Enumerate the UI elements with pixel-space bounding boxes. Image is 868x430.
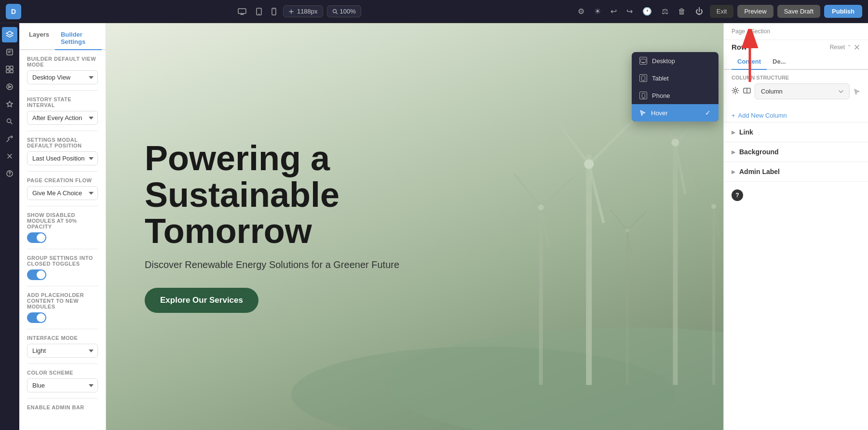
tab-layers[interactable]: Layers (23, 27, 55, 50)
theme-toggle-btn[interactable]: ☀ (591, 5, 604, 18)
preview-button[interactable]: Preview (737, 5, 773, 18)
dropdown-desktop-label: Desktop (652, 57, 675, 65)
group-settings-toggle-row (27, 269, 98, 280)
svg-rect-4 (273, 9, 274, 9)
svg-point-5 (333, 9, 336, 13)
svg-point-47 (643, 80, 644, 81)
history-btn[interactable]: 🕐 (639, 5, 655, 18)
page-creation-select[interactable]: Give Me A Choice (27, 186, 98, 200)
accordion-link-header[interactable]: ▶ Link (724, 122, 868, 142)
save-draft-button[interactable]: Save Draft (777, 5, 820, 18)
svg-rect-9 (6, 70, 9, 73)
svg-point-42 (734, 90, 737, 92)
history-state-select[interactable]: After Every Action (27, 111, 98, 125)
close-icon[interactable] (854, 44, 860, 51)
settings-icon-btn[interactable]: ⚙ (575, 5, 587, 18)
hero-content: Powering a Sustainable Tomorrow Discover… (145, 140, 685, 313)
settings2-btn[interactable]: ⚖ (659, 5, 671, 18)
column-dropdown-arrow (839, 90, 843, 93)
app-logo: D (6, 4, 21, 19)
hero-title: Powering a Sustainable Tomorrow (145, 140, 434, 250)
phone-icon (639, 92, 647, 99)
add-column-label: Add New Column (738, 112, 787, 119)
interface-mode-select[interactable]: Light (27, 344, 98, 358)
cursor-pointer-icon (639, 109, 646, 116)
hero-subtitle: Discover Renewable Energy Solutions for … (145, 259, 458, 270)
enable-admin-bar-label: Enable Admin Bar (27, 404, 98, 410)
help-icon[interactable]: ? (732, 189, 743, 201)
chevron-down-icon: ⌃ (847, 44, 852, 51)
sidebar-icon-pages[interactable] (2, 44, 17, 60)
section-builder-default-view: Builder Default View Mode Desktop View (19, 50, 106, 90)
panel-accordion: ▶ Link ▶ Background ▶ Admin Label (724, 122, 868, 182)
sidebar-icon-layers[interactable] (2, 27, 17, 42)
show-disabled-label: Show Disabled Modules At 50% Opacity (27, 212, 98, 229)
topbar-center: 1188px 100% (235, 5, 361, 17)
settings-modal-label: Settings Modal Default Position (27, 137, 98, 148)
svg-point-12 (7, 119, 11, 123)
svg-line-33 (694, 181, 714, 206)
add-new-column-button[interactable]: + Add New Column (732, 112, 787, 119)
dropdown-tablet-label: Tablet (652, 75, 669, 82)
sidebar-icon-modules[interactable] (2, 62, 17, 77)
sidebar-icons (0, 23, 19, 430)
tablet-icon (639, 74, 647, 82)
canvas-inner: Powering a Sustainable Tomorrow Discover… (106, 23, 723, 430)
accordion-admin-label-text: Admin Label (739, 168, 780, 175)
power-btn[interactable]: ⏻ (692, 5, 706, 18)
sidebar-icon-search[interactable] (2, 114, 17, 129)
zoom-display[interactable]: 100% (327, 5, 361, 17)
sidebar-icon-media[interactable] (2, 79, 17, 94)
phone-view-btn[interactable] (269, 6, 279, 17)
history-state-label: History State Interval (27, 96, 98, 108)
sidebar-tabs: Layers Builder Settings (19, 23, 106, 50)
group-settings-label: Group Settings Into Closed Toggles (27, 255, 98, 267)
dropdown-hover-label: Hover (651, 109, 668, 117)
accordion-admin-label-header[interactable]: ▶ Admin Label (724, 162, 868, 181)
placeholder-content-toggle-row (27, 312, 98, 323)
publish-button[interactable]: Publish (824, 5, 862, 18)
dropdown-item-hover[interactable]: Hover ✓ (632, 104, 719, 121)
canvas: Powering a Sustainable Tomorrow Discover… (106, 23, 723, 430)
sidebar-icon-x[interactable] (2, 148, 17, 164)
svg-point-14 (9, 175, 10, 176)
viewport-display[interactable]: 1188px (283, 5, 323, 17)
tab-design[interactable]: De... (767, 54, 791, 70)
placeholder-content-toggle[interactable] (27, 312, 46, 323)
builder-default-view-label: Builder Default View Mode (27, 56, 98, 67)
undo-btn[interactable]: ↩ (608, 5, 620, 18)
desktop-view-btn[interactable] (235, 6, 249, 17)
svg-rect-7 (6, 66, 9, 69)
section-enable-admin-bar: Enable Admin Bar (19, 399, 106, 419)
redo-btn[interactable]: ↪ (624, 5, 636, 18)
accordion-background-header[interactable]: ▶ Background (724, 142, 868, 161)
exit-button[interactable]: Exit (710, 5, 734, 18)
dropdown-item-desktop[interactable]: Desktop (632, 52, 719, 69)
sidebar-icon-tools[interactable] (2, 131, 17, 147)
dropdown-item-tablet[interactable]: Tablet (632, 69, 719, 87)
sidebar-icon-star[interactable] (2, 96, 17, 112)
svg-rect-0 (238, 9, 246, 13)
hero-cta-button[interactable]: Explore Our Services (145, 288, 258, 313)
group-settings-toggle[interactable] (27, 269, 46, 280)
tab-builder-settings[interactable]: Builder Settings (55, 27, 102, 50)
section-group-settings: Group Settings Into Closed Toggles (19, 249, 106, 286)
color-scheme-select[interactable]: Blue (27, 378, 98, 392)
sidebar-content: Layers Builder Settings Builder Default … (19, 23, 106, 430)
svg-rect-45 (641, 59, 646, 62)
left-sidebar: Layers Builder Settings Builder Default … (0, 23, 106, 430)
builder-default-view-select[interactable]: Desktop View (27, 70, 98, 84)
dropdown-item-phone[interactable]: Phone (632, 87, 719, 104)
hover-dropdown: Desktop Tablet Phone Hover ✓ (632, 52, 719, 121)
page-creation-label: Page Creation Flow (27, 177, 98, 183)
show-disabled-toggle[interactable] (27, 232, 46, 243)
section-history-state: History State Interval After Every Actio… (19, 91, 106, 131)
settings-modal-select[interactable]: Last Used Position (27, 151, 98, 165)
reset-label[interactable]: Reset (830, 44, 845, 51)
tablet-view-btn[interactable] (253, 6, 265, 17)
placeholder-content-label: Add Placeholder Content To New Modules (27, 292, 98, 309)
red-arrow-indicator (735, 29, 764, 89)
trash-btn[interactable]: 🗑 (675, 5, 689, 18)
svg-point-49 (643, 97, 644, 98)
sidebar-icon-help[interactable] (2, 166, 17, 181)
